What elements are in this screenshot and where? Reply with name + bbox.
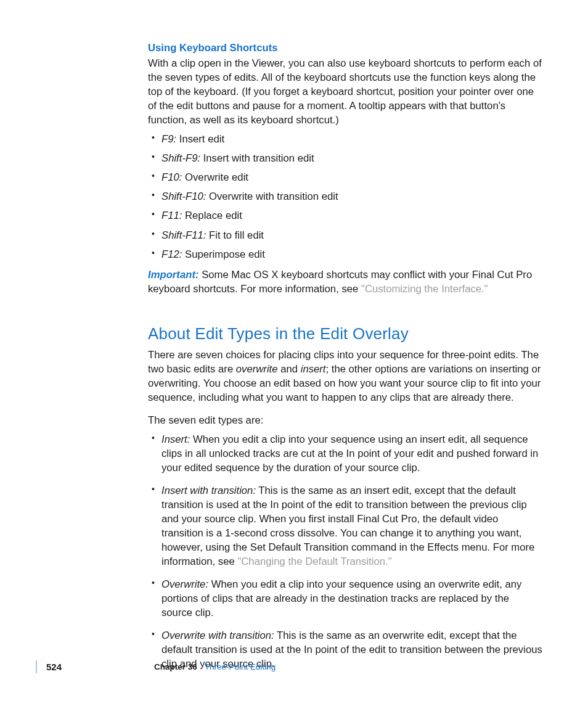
shortcut-desc: Insert edit — [176, 133, 224, 145]
list-item: Insert with transition: This is the same… — [160, 483, 542, 568]
shortcut-desc: Replace edit — [182, 210, 242, 221]
edit-types-lead: The seven edit types are: — [148, 413, 542, 427]
list-item: F10: Overwrite edit — [160, 170, 542, 184]
shortcut-desc: Fit to fill edit — [206, 229, 264, 241]
shortcut-key: Shift-F11: — [161, 229, 206, 241]
list-item: Overwrite: When you edit a clip into you… — [160, 577, 542, 620]
shortcut-desc: Superimpose edit — [182, 248, 265, 260]
chapter-title: Three-Point Editing — [205, 662, 276, 671]
edit-type-term: Insert: — [161, 433, 190, 445]
edit-type-term: Overwrite with transition: — [161, 630, 274, 641]
document-page: Using Keyboard Shortcuts With a clip ope… — [0, 0, 588, 706]
shortcut-desc: Overwrite with transition edit — [206, 191, 338, 202]
edit-type-term: Insert with transition: — [161, 485, 256, 496]
shortcut-key: F10: — [161, 171, 182, 183]
term-overwrite: overwrite — [236, 363, 278, 375]
text-run: and — [278, 363, 301, 375]
link-customizing-interface[interactable]: "Customizing the Interface." — [361, 283, 488, 295]
important-label: Important: — [148, 269, 202, 281]
edit-types-list: Insert: When you edit a clip into your s… — [148, 432, 542, 671]
shortcut-key: Shift-F9: — [161, 152, 200, 164]
edit-type-body: When you edit a clip into your sequence … — [161, 578, 521, 618]
list-item: F12: Superimpose edit — [160, 247, 542, 261]
list-item: Shift-F11: Fit to fill edit — [160, 228, 542, 242]
cross-reference-link[interactable]: "Changing the Default Transition." — [237, 556, 391, 567]
section-heading-shortcuts: Using Keyboard Shortcuts — [148, 41, 542, 55]
shortcut-desc: Overwrite edit — [182, 171, 248, 183]
important-note: Important: Some Mac OS X keyboard shortc… — [148, 268, 542, 296]
list-item: Shift-F9: Insert with transition edit — [160, 151, 542, 165]
section-heading-edit-types: About Edit Types in the Edit Overlay — [148, 323, 542, 345]
shortcut-key: F11: — [161, 210, 182, 221]
term-insert: insert — [301, 363, 326, 375]
shortcut-desc: Insert with transition edit — [200, 152, 314, 164]
edit-types-intro: There are seven choices for placing clip… — [148, 348, 542, 404]
list-item: Insert: When you edit a clip into your s… — [160, 432, 542, 475]
shortcut-key: F12: — [161, 248, 182, 260]
edit-type-body: When you edit a clip into your sequence … — [161, 433, 538, 474]
list-item: F9: Insert edit — [160, 132, 542, 146]
chapter-label: Chapter 36 — [154, 662, 197, 671]
page-footer: 524 Chapter 36 Three-Point Editing — [36, 660, 539, 673]
list-item: F11: Replace edit — [160, 208, 542, 223]
page-number: 524 — [46, 662, 62, 672]
edit-type-term: Overwrite: — [161, 578, 208, 590]
main-text-column: Using Keyboard Shortcuts With a clip ope… — [148, 41, 542, 680]
shortcut-list: F9: Insert editShift-F9: Insert with tra… — [148, 132, 542, 261]
list-item: Shift-F10: Overwrite with transition edi… — [160, 189, 542, 203]
shortcut-key: F9: — [161, 133, 176, 145]
shortcut-key: Shift-F10: — [161, 191, 206, 202]
intro-paragraph: With a clip open in the Viewer, you can … — [148, 56, 542, 127]
